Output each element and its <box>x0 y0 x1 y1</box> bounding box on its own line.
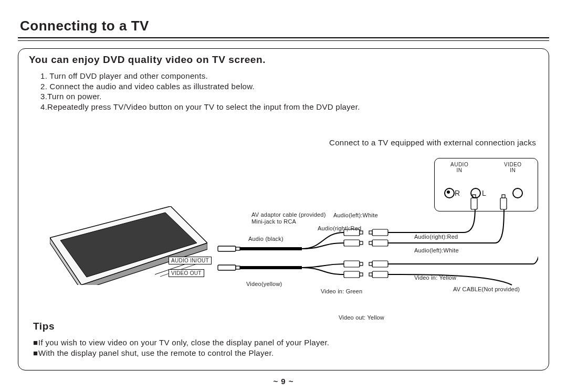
step-3: 3.Turn on power. <box>40 91 538 102</box>
audio-l-label: L <box>482 189 486 197</box>
svg-rect-15 <box>360 262 363 266</box>
svg-rect-6 <box>218 246 236 251</box>
label-aright-red-2: Audio(right):Red <box>414 234 458 240</box>
audio-in-header: AUDIO IN <box>450 162 468 173</box>
svg-rect-19 <box>369 231 372 234</box>
audio-r-label: R <box>455 189 460 197</box>
tip-1-text: If you wish to view video on your TV onl… <box>38 338 329 347</box>
svg-rect-12 <box>344 240 360 246</box>
label-video-yellow: Video(yellow) <box>246 281 282 287</box>
content-panel: You can enjoy DVD quality video on TV sc… <box>18 48 549 370</box>
svg-rect-22 <box>372 261 388 267</box>
svg-rect-24 <box>372 271 388 278</box>
video-jack-icon <box>512 188 523 198</box>
label-audio-black: Audio (black) <box>248 236 284 242</box>
label-aleft-white-2: Audio(left):White <box>414 247 459 253</box>
label-video-out-yellow: Video out: Yellow <box>339 314 384 321</box>
title-rule <box>18 37 549 41</box>
svg-rect-9 <box>236 266 240 269</box>
svg-rect-8 <box>218 265 236 270</box>
svg-rect-14 <box>344 261 360 267</box>
step-4: 4.Repeatedly press TV/Video button on yo… <box>40 102 538 112</box>
wiring-diagram: AUDIO IN/OUT VIDEO OUT <box>29 143 538 332</box>
step-2: 2. Connect the audio and video cables as… <box>40 81 538 92</box>
step-1: 1. Turn off DVD player and other compone… <box>40 71 538 81</box>
tips-list: ■If you wish to view video on your TV on… <box>33 337 329 359</box>
svg-rect-23 <box>369 262 372 266</box>
svg-rect-16 <box>344 271 360 278</box>
tip-2-text: With the display panel shut, use the rem… <box>38 348 274 357</box>
label-aright-red-1: Audio(right):Red <box>318 225 361 231</box>
audio-r-jack-icon <box>444 188 455 198</box>
svg-rect-21 <box>369 241 372 245</box>
label-adaptor-1: AV adaptor cable (provided) <box>251 211 326 218</box>
tips-heading: Tips <box>33 321 55 332</box>
label-video-in-green: Video in: Green <box>321 288 362 294</box>
page-number: ~ 9 ~ <box>0 377 567 386</box>
tip-2: ■With the display panel shut, use the re… <box>33 348 329 358</box>
label-aleft-white-1: Audio(left):White <box>333 212 378 218</box>
manual-page: Connecting to a TV You can enjoy DVD qua… <box>0 0 567 392</box>
video-in-header: VIDEO IN <box>504 162 522 173</box>
svg-rect-20 <box>372 240 388 246</box>
page-title: Connecting to a TV <box>20 18 549 34</box>
tip-1: ■If you wish to view video on your TV on… <box>33 337 329 348</box>
svg-rect-13 <box>360 241 363 245</box>
intro-title: You can enjoy DVD quality video on TV sc… <box>29 54 538 66</box>
audio-l-jack-icon <box>470 188 481 198</box>
label-adaptor-2: Mini-jack to RCA <box>251 218 296 225</box>
label-av-cable: AV CABLE(Not provided) <box>453 286 520 292</box>
svg-rect-7 <box>236 247 240 250</box>
tv-input-jacks: AUDIO IN VIDEO IN R L <box>434 158 538 211</box>
svg-rect-17 <box>360 273 363 276</box>
svg-rect-18 <box>372 229 388 236</box>
svg-rect-25 <box>369 273 372 276</box>
steps-list: 1. Turn off DVD player and other compone… <box>40 71 538 112</box>
label-video-in-yellow: Video in: Yellow <box>414 274 456 281</box>
